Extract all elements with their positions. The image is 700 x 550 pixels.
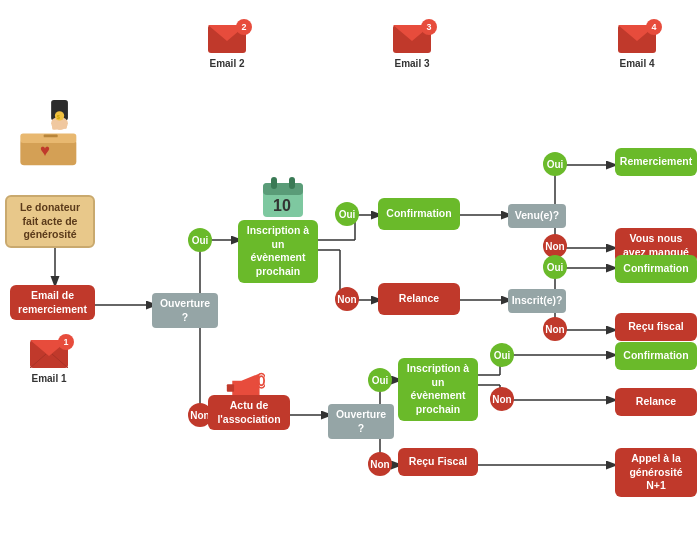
node-relance: Relance xyxy=(378,283,460,315)
email-4-badge: 4 xyxy=(646,19,662,35)
circle-oui-inscription2: Oui xyxy=(490,343,514,367)
node-inscription2: Inscription à un évènement prochain xyxy=(398,358,478,421)
calendar-icon: 10 xyxy=(261,175,305,219)
node-recu-fiscal2: Reçu fiscal xyxy=(615,313,697,341)
svg-point-62 xyxy=(259,376,264,385)
node-inscrit: Inscrit(e)? xyxy=(508,289,566,313)
circle-oui-venu: Oui xyxy=(543,152,567,176)
circle-oui-inscription1: Oui xyxy=(335,202,359,226)
email-4-icon: 4 Email 4 xyxy=(618,25,656,69)
node-venu: Venu(e)? xyxy=(508,204,566,228)
email-3-badge: 3 xyxy=(421,19,437,35)
svg-rect-36 xyxy=(52,119,57,130)
donation-illustration: $ ♥ xyxy=(5,100,100,170)
node-confirmation3: Confirmation xyxy=(615,342,697,370)
circle-oui2: Oui xyxy=(368,368,392,392)
svg-text:♥: ♥ xyxy=(39,141,49,160)
svg-rect-51 xyxy=(271,177,277,189)
svg-rect-44 xyxy=(43,135,57,138)
node-inscription1: Inscription à un évènement prochain xyxy=(238,220,318,283)
svg-rect-38 xyxy=(63,120,67,129)
circle-oui-inscrit: Oui xyxy=(543,255,567,279)
email-3-icon: 3 Email 3 xyxy=(393,25,431,69)
node-relance2: Relance xyxy=(615,388,697,416)
svg-rect-50 xyxy=(263,183,303,195)
email-2-icon: 2 Email 2 xyxy=(208,25,246,69)
email-2-badge: 2 xyxy=(236,19,252,35)
node-confirmation2: Confirmation xyxy=(615,255,697,283)
node-appel: Appel à la générosité N+1 xyxy=(615,448,697,497)
circle-non-inscrit: Non xyxy=(543,317,567,341)
node-actu: Actu de l'association xyxy=(208,395,290,430)
svg-text:10: 10 xyxy=(273,197,291,214)
svg-rect-52 xyxy=(289,177,295,189)
circle-non-inscription2: Non xyxy=(490,387,514,411)
circle-non-inscription1: Non xyxy=(335,287,359,311)
svg-rect-61 xyxy=(227,384,234,391)
node-ouverture2: Ouverture ? xyxy=(328,404,394,439)
node-donateur: Le donateur fait acte de générosité xyxy=(5,195,95,248)
node-email-remerciement: Email de remerciement xyxy=(10,285,95,320)
email-1-badge: 1 xyxy=(58,334,74,350)
email-1-icon: 1 Email 1 xyxy=(30,340,68,384)
flowchart: $ ♥ Le donateur fait acte de générosité … xyxy=(0,0,700,550)
node-remerciement: Remerciement xyxy=(615,148,697,176)
node-recu-fiscal: Reçu Fiscal xyxy=(398,448,478,476)
circle-non2: Non xyxy=(368,452,392,476)
node-ouverture1: Ouverture ? xyxy=(152,293,218,328)
donation-box-svg: $ ♥ xyxy=(13,100,93,170)
node-confirmation: Confirmation xyxy=(378,198,460,230)
connector-lines xyxy=(0,0,700,550)
circle-oui1: Oui xyxy=(188,228,212,252)
